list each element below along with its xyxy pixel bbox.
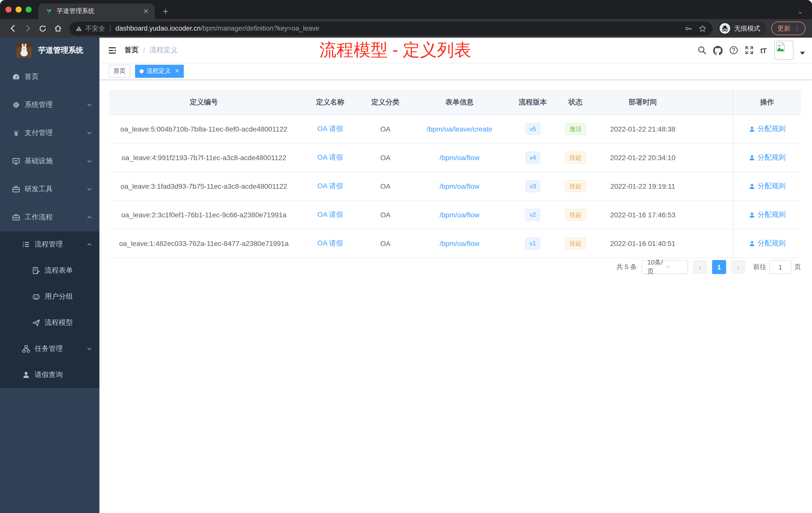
assign-user-icon [749, 240, 755, 247]
definition-name-link[interactable]: OA 请假 [317, 239, 343, 248]
definition-id: oa_leave:2:3c1f0ef1-76b1-11ec-9c66-a2380… [109, 201, 299, 229]
page-size-select[interactable]: 10条/页 [642, 260, 688, 274]
form-link[interactable]: /bpm/oa/flow [440, 211, 480, 219]
definition-name-link[interactable]: OA 请假 [317, 153, 343, 162]
form-edit-icon [32, 267, 40, 275]
assign-rule-link[interactable]: 分配规则 [757, 210, 786, 219]
tag-close-icon[interactable]: ✕ [175, 68, 179, 74]
form-link[interactable]: /bpm/oa/flow [440, 154, 480, 162]
assign-rule-link[interactable]: 分配规则 [757, 124, 786, 133]
forward-icon[interactable] [20, 24, 35, 33]
tab-strip: 芋道管理系统 ✕ + ⌄ [0, 0, 812, 19]
url-divider [110, 25, 111, 32]
logo-rabbit-image [17, 43, 32, 58]
browser-menu-icon[interactable]: ⋮ [794, 25, 801, 32]
sidebar-item-devtools[interactable]: 研发工具 [0, 175, 99, 203]
minimize-window-button[interactable] [16, 6, 22, 12]
avatar[interactable] [774, 41, 793, 60]
sidebar-item-process-model[interactable]: 流程模型 [0, 310, 99, 336]
search-icon[interactable] [697, 46, 706, 55]
window-controls[interactable] [5, 6, 32, 12]
col-form-info: 表单信息 [409, 90, 510, 115]
sidebar-item-payment[interactable]: ¥ 支付管理 [0, 119, 99, 147]
table-header: 定义编号 定义名称 定义分类 表单信息 流程版本 状态 部署时间 操作 [109, 90, 801, 115]
sidebar-item-workflow[interactable]: 工作流程 [0, 203, 99, 232]
page-content: 定义编号 定义名称 定义分类 表单信息 流程版本 状态 部署时间 操作 oa_l… [99, 80, 812, 513]
current-page-button[interactable]: 1 [712, 260, 726, 274]
update-browser-button[interactable]: 更新 ⋮ [771, 22, 806, 35]
logo-title: 芋道管理系统 [38, 46, 83, 55]
sidebar-item-task-management[interactable]: 任务管理 [0, 336, 99, 362]
breadcrumb-home[interactable]: 首页 [124, 46, 139, 55]
tab-close-icon[interactable]: ✕ [141, 7, 151, 15]
assign-user-icon [749, 212, 755, 218]
tags-view-bar: 首页 流程定义 ✕ [99, 63, 812, 80]
help-question-icon[interactable] [729, 46, 738, 55]
goto-page-input[interactable] [769, 260, 791, 274]
version-tag: v1 [525, 237, 540, 249]
robot-face-icon [32, 293, 40, 301]
new-tab-button[interactable]: + [160, 6, 171, 17]
assign-rule-link[interactable]: 分配规则 [757, 239, 786, 248]
table-row: oa_leave:3:1fad3d93-7b75-11ec-a3c8-acde4… [109, 172, 801, 201]
status-tag: 挂起 [565, 180, 586, 192]
next-page-button[interactable]: › [731, 260, 745, 274]
monitor-icon [12, 157, 20, 165]
sidebar-item-process-management[interactable]: 流程管理 [0, 232, 99, 258]
url-path: /bpm/manager/definition?key=oa_leave [201, 25, 319, 32]
form-link[interactable]: /bpm/oa/leave/create [427, 125, 492, 133]
tab-search-caret-icon[interactable]: ⌄ [798, 7, 803, 15]
sidebar-item-infrastructure[interactable]: 基础设施 [0, 147, 99, 175]
sidebar-item-leave-query[interactable]: 请假查询 [0, 362, 99, 388]
password-key-icon[interactable] [685, 24, 693, 32]
fullscreen-icon[interactable] [745, 46, 754, 55]
form-link[interactable]: /bpm/oa/flow [440, 239, 480, 247]
chevron-down-icon [86, 346, 92, 352]
sidebar-item-home[interactable]: 首页 [0, 63, 99, 91]
app-logo[interactable]: 芋道管理系统 [0, 38, 99, 63]
form-link[interactable]: /bpm/oa/flow [440, 182, 480, 190]
zoom-window-button[interactable] [26, 6, 32, 12]
security-label: 不安全 [85, 24, 105, 33]
avatar-caret-icon[interactable] [800, 52, 805, 55]
font-size-icon[interactable]: tT [760, 46, 766, 55]
not-secure-warning-icon[interactable] [75, 25, 82, 32]
definition-name-link[interactable]: OA 请假 [317, 210, 343, 219]
user-icon [22, 371, 30, 379]
bookmark-star-icon[interactable] [698, 24, 706, 32]
navbar-actions: tT [697, 41, 812, 60]
chevron-down-icon [86, 102, 92, 108]
tag-home[interactable]: 首页 [109, 64, 130, 78]
total-count: 共 5 条 [616, 263, 637, 272]
paper-plane-icon [32, 319, 40, 327]
toolbox-icon [12, 185, 20, 193]
url-bar[interactable]: 不安全 dashboard.yudao.iocoder.cn/bpm/manag… [69, 21, 713, 35]
assign-rule-link[interactable]: 分配规则 [757, 182, 786, 191]
tag-process-definition[interactable]: 流程定义 ✕ [135, 64, 184, 78]
prev-page-button[interactable]: ‹ [693, 260, 707, 274]
reload-icon[interactable] [35, 24, 50, 32]
back-icon[interactable] [5, 24, 20, 33]
select-caret-icon [665, 264, 684, 270]
close-window-button[interactable] [5, 6, 11, 12]
col-definition-category: 定义分类 [361, 90, 409, 115]
sidebar-item-user-group[interactable]: 用户分组 [0, 283, 99, 310]
assign-user-icon [749, 126, 755, 132]
deploy-time: 2022-01-22 19:19:11 [595, 172, 691, 200]
assign-rule-link[interactable]: 分配规则 [757, 153, 786, 162]
sidebar-item-system[interactable]: 系统管理 [0, 91, 99, 119]
github-icon[interactable] [713, 46, 723, 55]
screen: 芋道管理系统 ✕ + ⌄ 不安全 [0, 0, 812, 513]
col-status: 状态 [556, 90, 595, 115]
sidebar-item-process-form[interactable]: 流程表单 [0, 258, 99, 283]
definition-name-link[interactable]: OA 请假 [317, 182, 343, 191]
definition-name-link[interactable]: OA 请假 [317, 124, 343, 133]
pagination: 共 5 条 10条/页 ‹ 1 › 前往 页 [99, 260, 801, 274]
breadcrumb-separator: / [143, 46, 145, 54]
definition-category: OA [361, 230, 409, 258]
deploy-time: 2022-01-16 01:40:51 [595, 230, 691, 258]
browser-tab[interactable]: 芋道管理系统 ✕ [38, 3, 155, 19]
sidebar-collapse-icon[interactable] [99, 46, 124, 55]
col-process-version: 流程版本 [510, 90, 556, 115]
home-icon[interactable] [50, 24, 65, 33]
